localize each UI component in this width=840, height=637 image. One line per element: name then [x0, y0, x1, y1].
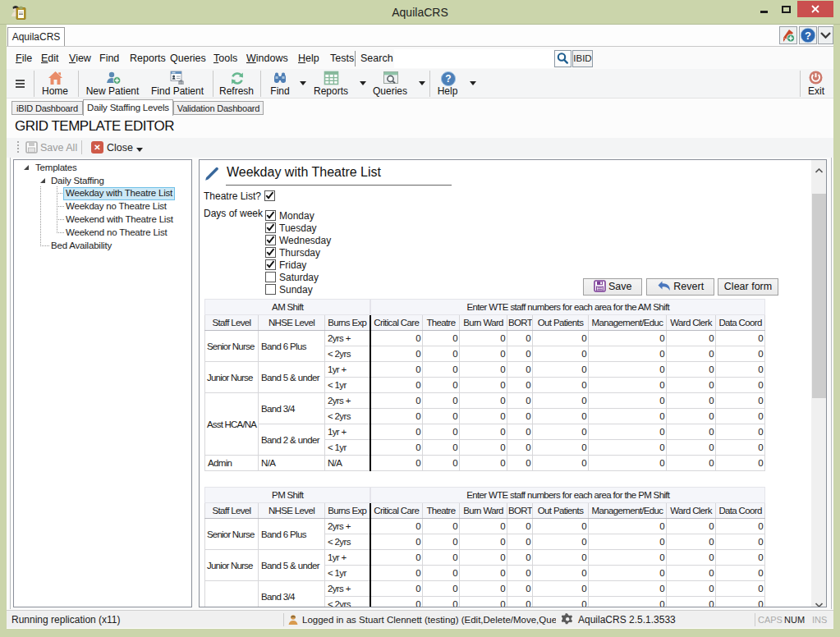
svg-text:?: ? — [445, 73, 451, 85]
svg-text:?: ? — [805, 30, 811, 42]
